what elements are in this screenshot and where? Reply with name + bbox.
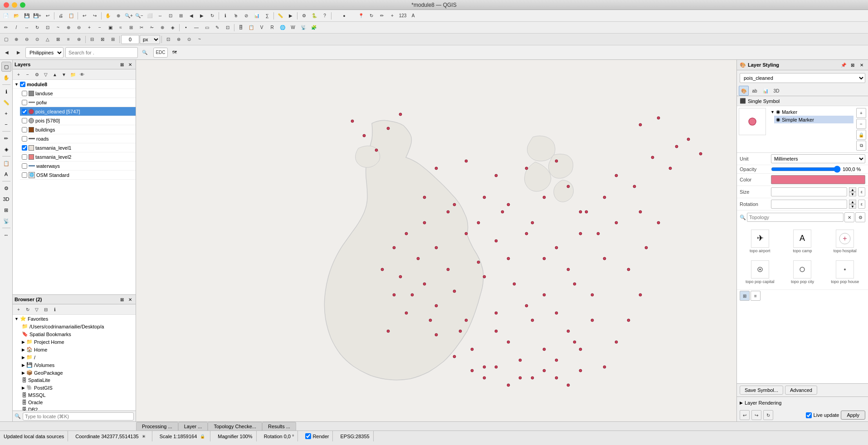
browser-collapse-btn[interactable]: ⊟ — [42, 305, 50, 313]
trace-btn[interactable]: ~ — [195, 34, 205, 44]
raster-btn[interactable]: R — [267, 23, 277, 33]
browser-info-btn[interactable]: ℹ — [51, 305, 59, 313]
browser-geopackage[interactable]: ▶ 📦 GeoPackage — [20, 369, 136, 377]
scale-btn[interactable]: ⊡ — [43, 23, 53, 33]
topology-tool-btn[interactable]: ⊞ — [1, 205, 11, 215]
map-area[interactable] — [136, 60, 736, 421]
layer-item-pofw[interactable]: pofw — [20, 98, 136, 107]
styling-refresh-btn[interactable]: ↻ — [763, 410, 773, 420]
browser-refresh-btn[interactable]: ↻ — [24, 305, 32, 313]
rotate-feature-btn[interactable]: ↻ — [32, 23, 42, 33]
nav-back-btn[interactable]: ◀ — [2, 48, 12, 58]
layer-item-roads[interactable]: roads — [20, 134, 136, 143]
nav-forward-btn[interactable]: ▶ — [14, 48, 24, 58]
action-btn[interactable]: ▶ — [286, 11, 296, 21]
row3-btn7[interactable]: ≡ — [63, 34, 73, 44]
split-parts-btn[interactable]: ✁ — [147, 23, 157, 33]
zoom-rubber-band-btn[interactable]: ⬜ — [145, 11, 155, 21]
open-layer-prop-btn[interactable]: ⚙ — [33, 70, 41, 78]
styling-close-btn[interactable]: ✕ — [858, 61, 865, 68]
pofw-checkbox[interactable] — [22, 100, 27, 105]
select-tool-btn[interactable]: ▢ — [1, 62, 11, 72]
remove-symbol-btn[interactable]: − — [856, 119, 866, 129]
layers-expand-btn[interactable]: ⊠ — [118, 61, 126, 68]
processing-btn[interactable]: ⚙ — [299, 11, 309, 21]
topo-pop-capital-item[interactable]: topo pop capital — [741, 259, 780, 286]
db-btn[interactable]: 🗄 — [236, 23, 246, 33]
browser-mssql[interactable]: 🗄 MSSQL — [20, 391, 136, 399]
digitize-line-btn[interactable]: — — [191, 23, 201, 33]
scale-lock-btn[interactable]: 🔒 — [198, 432, 206, 440]
zoom-full-btn[interactable]: ⊞ — [176, 11, 186, 21]
layer-group-module8[interactable]: ▼ module8 — [13, 80, 136, 89]
filter-layer-btn[interactable]: ▽ — [42, 70, 50, 78]
styling-float-btn[interactable]: ⊠ — [849, 61, 856, 68]
add-feature-btn[interactable]: + — [387, 11, 397, 21]
layer-rendering-header[interactable]: ▶ Layer Rendering — [740, 399, 865, 407]
annotation-btn[interactable]: ✎ — [212, 23, 222, 33]
row3-btn8[interactable]: ⊛ — [74, 34, 84, 44]
print-layout-btn[interactable]: 📋 — [66, 11, 76, 21]
tasmania1-checkbox[interactable] — [22, 145, 27, 151]
add-layer-btn[interactable]: + — [15, 70, 23, 78]
digitize-btn[interactable]: ✏ — [377, 11, 387, 21]
simplify-btn[interactable]: ~ — [53, 23, 63, 33]
zoom-next-btn[interactable]: ▶ — [197, 11, 207, 21]
rotate-btn[interactable]: ↻ — [366, 11, 376, 21]
pan-tool-btn[interactable]: ✋ — [1, 73, 11, 83]
zoom-out-tool-btn[interactable]: − — [1, 119, 11, 129]
del-ring-btn[interactable]: ⊖ — [74, 23, 84, 33]
nav-zoom-btn[interactable]: 🔍 — [140, 48, 150, 58]
advanced-btn[interactable]: Advanced — [785, 386, 817, 395]
topo-airport-item[interactable]: ✈ topo airport — [741, 228, 780, 255]
add-ring-btn[interactable]: ⊕ — [63, 23, 73, 33]
size-expr-btn[interactable]: ε — [858, 187, 865, 196]
layer-item-tasmania1[interactable]: tasmania_level1 — [20, 143, 136, 152]
redo-btn[interactable]: ↪ — [90, 11, 100, 21]
zoom-in-tool-btn[interactable]: + — [1, 108, 11, 118]
tasmania2-checkbox[interactable] — [22, 154, 27, 160]
select-features-btn[interactable]: 🖱 — [231, 11, 241, 21]
plugin-tool-btn[interactable]: ⚙ — [1, 183, 11, 193]
opacity-slider[interactable] — [771, 167, 841, 171]
topology-settings-btn[interactable]: ⚙ — [855, 212, 865, 222]
group-layers-btn[interactable]: 📁 — [69, 70, 77, 78]
layer-item-landuse[interactable]: landuse — [20, 89, 136, 98]
save-as-btn[interactable]: 💾+ — [32, 11, 42, 21]
layer-item-buildings[interactable]: buildings — [20, 125, 136, 134]
size-input[interactable]: 2,00000 — [771, 187, 847, 196]
reshape-btn[interactable]: ≈ — [116, 23, 126, 33]
browser-home[interactable]: ▶ 🏠 Home — [20, 346, 136, 353]
vertex-btn[interactable]: ⊙ — [184, 34, 194, 44]
styling-undo-btn[interactable]: ↩ — [740, 410, 750, 420]
landuse-checkbox[interactable] — [22, 91, 27, 96]
browser-filter-btn[interactable]: ▽ — [33, 305, 41, 313]
minimize-button[interactable] — [12, 2, 17, 8]
layer-item-osm[interactable]: 🌐 OSM Standard — [20, 171, 136, 180]
del-part-btn[interactable]: − — [95, 23, 105, 33]
styling-tab-diagram-btn[interactable]: 📊 — [761, 86, 770, 96]
refresh-btn[interactable]: ↻ — [207, 11, 217, 21]
browser-oracle[interactable]: 🗄 Oracle — [20, 399, 136, 406]
zoom-to-selection-btn[interactable]: ⊡ — [166, 11, 176, 21]
undo-btn[interactable]: ↩ — [79, 11, 89, 21]
snap3-btn[interactable]: ⊞ — [108, 34, 118, 44]
revert-btn[interactable]: ↩ — [43, 11, 53, 21]
search-input[interactable] — [65, 47, 138, 58]
save-symbol-btn[interactable]: Save Symbol... — [740, 386, 783, 395]
size-down-btn[interactable]: ▼ — [849, 192, 856, 196]
styling-pin-btn[interactable]: 📌 — [840, 61, 847, 68]
layer-tab[interactable]: Layer ... — [178, 422, 208, 430]
add-part-btn[interactable]: + — [84, 23, 94, 33]
save-project-btn[interactable]: 💾 — [22, 11, 32, 21]
print-btn[interactable]: 🖨 — [56, 11, 66, 21]
buildings-checkbox[interactable] — [22, 127, 27, 132]
duplicate-symbol-btn[interactable]: ⧉ — [856, 141, 866, 151]
snap-icon-btn[interactable]: ⊟ — [87, 34, 97, 44]
apply-btn[interactable]: Apply — [841, 411, 865, 420]
edc-btn[interactable]: EDC — [153, 48, 168, 58]
rotation-down-btn[interactable]: ▼ — [849, 204, 856, 209]
move-btn[interactable]: ↔ — [22, 23, 32, 33]
rotation-up-btn[interactable]: ▲ — [849, 200, 856, 204]
px-value-input[interactable]: 0 — [121, 35, 139, 44]
